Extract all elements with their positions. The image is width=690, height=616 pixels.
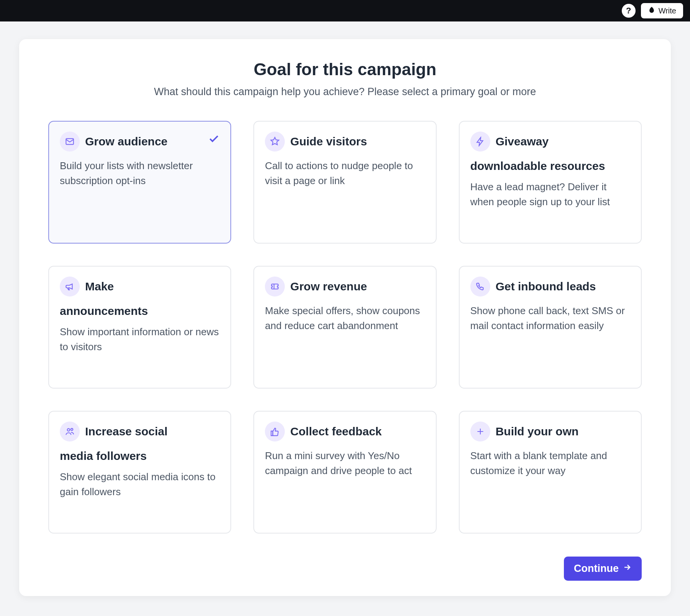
leaf-icon [648,6,656,16]
goal-head: Get inbound leads [470,277,630,296]
goal-description: Have a lead magnet? Deliver it when peop… [470,180,630,209]
ticket-icon [265,277,285,296]
goal-description: Build your lists with newsletter subscri… [60,158,220,188]
goal-description: Run a mini survey with Yes/No campaign a… [265,448,425,478]
help-icon: ? [626,6,631,16]
goal-card[interactable]: Increase socialmedia followersShow elega… [48,411,231,534]
goal-card[interactable]: Guide visitorsCall to actions to nudge p… [253,121,436,244]
goal-head: Grow revenue [265,277,425,296]
page-title: Goal for this campaign [48,60,642,79]
goal-description: Show elegant social media icons to gain … [60,469,220,499]
goal-title: Get inbound leads [496,279,596,295]
check-icon [208,133,220,146]
goal-description: Start with a blank template and customiz… [470,448,630,478]
continue-button-label: Continue [574,563,619,575]
goal-description: Make special offers, show coupons and re… [265,303,425,333]
help-button[interactable]: ? [622,4,636,18]
campaign-goal-card: Goal for this campaign What should this … [19,39,671,596]
goal-card[interactable]: Giveawaydownloadable resourcesHave a lea… [459,121,642,244]
write-button[interactable]: Write [641,3,683,18]
goal-subtitle: media followers [60,448,220,464]
goal-title: Grow revenue [290,279,367,295]
goal-description: Show important information or news to vi… [60,324,220,354]
bolt-icon [470,132,490,152]
thumbs-up-icon [265,422,285,441]
page: Goal for this campaign What should this … [0,21,690,596]
goal-title: Giveaway [496,134,549,150]
megaphone-icon [60,277,80,296]
goal-grid: Grow audienceBuild your lists with newsl… [48,121,642,534]
write-button-label: Write [659,7,676,15]
goal-description: Show phone call back, text SMS or mail c… [470,303,630,333]
goal-card[interactable]: MakeannouncementsShow important informat… [48,266,231,389]
goal-head: Make [60,277,220,296]
page-subtitle: What should this campaign help you achie… [48,86,642,98]
goal-head: Giveaway [470,132,630,152]
continue-button[interactable]: Continue [564,557,642,581]
goal-title: Make [85,279,114,295]
arrow-right-icon [623,563,632,575]
goal-head: Collect feedback [265,422,425,441]
goal-card[interactable]: Grow audienceBuild your lists with newsl… [48,121,231,244]
goal-card[interactable]: Collect feedbackRun a mini survey with Y… [253,411,436,534]
plus-icon [470,422,490,441]
goal-head: Guide visitors [265,132,425,152]
goal-subtitle: announcements [60,303,220,319]
mail-icon [60,132,80,152]
goal-title: Guide visitors [290,134,367,150]
goal-title: Collect feedback [290,424,381,440]
goal-title: Build your own [496,424,579,440]
goal-title: Grow audience [85,134,168,150]
star-icon [265,132,285,152]
goal-card[interactable]: Grow revenueMake special offers, show co… [253,266,436,389]
goal-head: Build your own [470,422,630,441]
goal-subtitle: downloadable resources [470,158,630,174]
goal-description: Call to actions to nudge people to visit… [265,158,425,188]
goal-card[interactable]: Get inbound leadsShow phone call back, t… [459,266,642,389]
goal-title: Increase social [85,424,168,440]
footer-actions: Continue [48,557,642,581]
users-icon [60,422,80,441]
goal-card[interactable]: Build your ownStart with a blank templat… [459,411,642,534]
goal-head: Grow audience [60,132,220,152]
topbar: ? Write [0,0,690,21]
goal-head: Increase social [60,422,220,441]
phone-icon [470,277,490,296]
